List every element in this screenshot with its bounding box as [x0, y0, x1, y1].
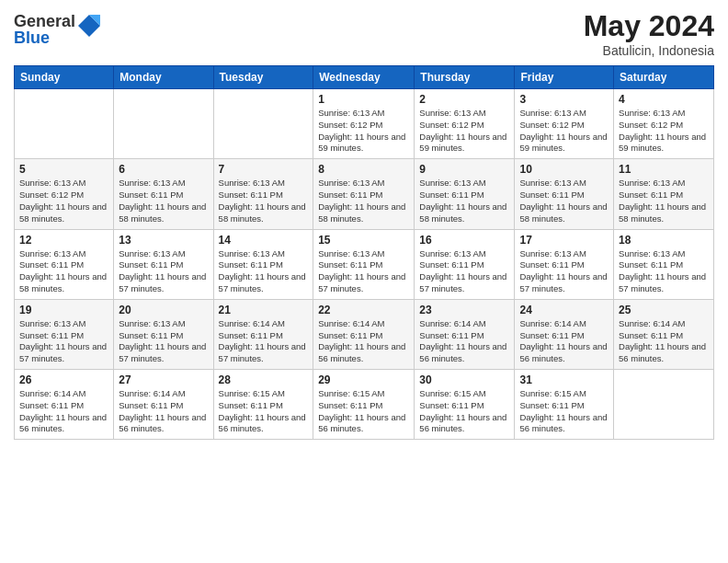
- day-number: 26: [19, 373, 108, 386]
- day-number: 31: [519, 373, 609, 386]
- col-wednesday: Wednesday: [313, 66, 415, 89]
- day-number: 8: [318, 163, 409, 176]
- day-info: Sunrise: 6:14 AMSunset: 6:11 PMDaylight:…: [619, 318, 709, 365]
- day-info: Sunrise: 6:13 AMSunset: 6:11 PMDaylight:…: [519, 178, 609, 224]
- title-block: May 2024 Batulicin, Indonesia: [584, 9, 714, 58]
- table-cell: [614, 370, 714, 440]
- day-number: 5: [19, 163, 108, 176]
- table-cell: 22Sunrise: 6:14 AMSunset: 6:11 PMDayligh…: [313, 299, 415, 369]
- day-info: Sunrise: 6:13 AMSunset: 6:12 PMDaylight:…: [19, 178, 108, 224]
- day-number: 9: [419, 163, 509, 176]
- table-cell: 25Sunrise: 6:14 AMSunset: 6:11 PMDayligh…: [614, 299, 714, 369]
- logo: General Blue: [14, 13, 100, 46]
- month-year-title: May 2024: [584, 9, 714, 43]
- day-info: Sunrise: 6:13 AMSunset: 6:12 PMDaylight:…: [519, 108, 609, 155]
- day-number: 19: [19, 304, 108, 316]
- table-cell: 31Sunrise: 6:15 AMSunset: 6:11 PMDayligh…: [515, 370, 614, 440]
- day-info: Sunrise: 6:13 AMSunset: 6:11 PMDaylight:…: [318, 178, 409, 224]
- table-cell: 2Sunrise: 6:13 AMSunset: 6:12 PMDaylight…: [415, 89, 515, 159]
- day-number: 1: [318, 93, 409, 106]
- week-row-4: 19Sunrise: 6:13 AMSunset: 6:11 PMDayligh…: [15, 299, 714, 369]
- day-info: Sunrise: 6:13 AMSunset: 6:11 PMDaylight:…: [419, 178, 509, 224]
- day-number: 17: [519, 234, 609, 247]
- table-cell: 23Sunrise: 6:14 AMSunset: 6:11 PMDayligh…: [415, 299, 515, 369]
- day-info: Sunrise: 6:13 AMSunset: 6:12 PMDaylight:…: [619, 108, 709, 155]
- calendar-page: General Blue May 2024 Batulicin, Indones…: [0, 0, 728, 563]
- col-friday: Friday: [515, 66, 614, 89]
- day-number: 14: [219, 234, 309, 247]
- week-row-3: 12Sunrise: 6:13 AMSunset: 6:11 PMDayligh…: [15, 229, 714, 299]
- day-info: Sunrise: 6:13 AMSunset: 6:11 PMDaylight:…: [119, 248, 208, 295]
- day-info: Sunrise: 6:14 AMSunset: 6:11 PMDaylight:…: [318, 318, 409, 365]
- col-monday: Monday: [114, 66, 213, 89]
- day-number: 10: [519, 163, 609, 176]
- day-number: 21: [219, 304, 309, 316]
- table-cell: [114, 89, 213, 159]
- day-number: 11: [619, 163, 709, 176]
- day-number: 18: [619, 234, 709, 247]
- location-subtitle: Batulicin, Indonesia: [584, 43, 714, 58]
- table-cell: 13Sunrise: 6:13 AMSunset: 6:11 PMDayligh…: [114, 229, 213, 299]
- page-header: General Blue May 2024 Batulicin, Indones…: [14, 9, 714, 58]
- day-info: Sunrise: 6:13 AMSunset: 6:11 PMDaylight:…: [19, 248, 108, 295]
- table-cell: 15Sunrise: 6:13 AMSunset: 6:11 PMDayligh…: [313, 229, 415, 299]
- day-number: 28: [219, 373, 309, 386]
- day-number: 24: [519, 304, 609, 316]
- day-info: Sunrise: 6:13 AMSunset: 6:11 PMDaylight:…: [318, 248, 409, 295]
- day-number: 12: [19, 234, 108, 247]
- table-cell: 18Sunrise: 6:13 AMSunset: 6:11 PMDayligh…: [614, 229, 714, 299]
- day-info: Sunrise: 6:14 AMSunset: 6:11 PMDaylight:…: [19, 388, 108, 435]
- table-cell: 20Sunrise: 6:13 AMSunset: 6:11 PMDayligh…: [114, 299, 213, 369]
- table-cell: 30Sunrise: 6:15 AMSunset: 6:11 PMDayligh…: [415, 370, 515, 440]
- day-number: 22: [318, 304, 409, 316]
- week-row-1: 1Sunrise: 6:13 AMSunset: 6:12 PMDaylight…: [15, 89, 714, 159]
- table-cell: 27Sunrise: 6:14 AMSunset: 6:11 PMDayligh…: [114, 370, 213, 440]
- col-sunday: Sunday: [15, 66, 114, 89]
- day-number: 20: [119, 304, 208, 316]
- header-row: Sunday Monday Tuesday Wednesday Thursday…: [15, 66, 714, 89]
- day-number: 30: [419, 373, 509, 386]
- week-row-2: 5Sunrise: 6:13 AMSunset: 6:12 PMDaylight…: [15, 159, 714, 229]
- day-info: Sunrise: 6:14 AMSunset: 6:11 PMDaylight:…: [119, 388, 208, 435]
- table-cell: 16Sunrise: 6:13 AMSunset: 6:11 PMDayligh…: [415, 229, 515, 299]
- day-info: Sunrise: 6:13 AMSunset: 6:11 PMDaylight:…: [19, 318, 108, 365]
- day-number: 2: [419, 93, 509, 106]
- logo-text: General Blue: [14, 13, 75, 46]
- table-cell: [213, 89, 313, 159]
- table-cell: 5Sunrise: 6:13 AMSunset: 6:12 PMDaylight…: [15, 159, 114, 229]
- table-cell: 9Sunrise: 6:13 AMSunset: 6:11 PMDaylight…: [415, 159, 515, 229]
- table-cell: 26Sunrise: 6:14 AMSunset: 6:11 PMDayligh…: [15, 370, 114, 440]
- day-info: Sunrise: 6:14 AMSunset: 6:11 PMDaylight:…: [219, 318, 309, 365]
- table-cell: [15, 89, 114, 159]
- day-info: Sunrise: 6:13 AMSunset: 6:11 PMDaylight:…: [619, 178, 709, 224]
- logo-icon: [78, 15, 100, 37]
- table-cell: 7Sunrise: 6:13 AMSunset: 6:11 PMDaylight…: [213, 159, 313, 229]
- day-info: Sunrise: 6:13 AMSunset: 6:11 PMDaylight:…: [219, 178, 309, 224]
- day-number: 3: [519, 93, 609, 106]
- week-row-5: 26Sunrise: 6:14 AMSunset: 6:11 PMDayligh…: [15, 370, 714, 440]
- table-cell: 28Sunrise: 6:15 AMSunset: 6:11 PMDayligh…: [213, 370, 313, 440]
- table-cell: 29Sunrise: 6:15 AMSunset: 6:11 PMDayligh…: [313, 370, 415, 440]
- day-info: Sunrise: 6:15 AMSunset: 6:11 PMDaylight:…: [318, 388, 409, 435]
- table-cell: 17Sunrise: 6:13 AMSunset: 6:11 PMDayligh…: [515, 229, 614, 299]
- day-info: Sunrise: 6:13 AMSunset: 6:11 PMDaylight:…: [219, 248, 309, 295]
- day-info: Sunrise: 6:15 AMSunset: 6:11 PMDaylight:…: [219, 388, 309, 435]
- table-cell: 24Sunrise: 6:14 AMSunset: 6:11 PMDayligh…: [515, 299, 614, 369]
- table-cell: 10Sunrise: 6:13 AMSunset: 6:11 PMDayligh…: [515, 159, 614, 229]
- table-cell: 6Sunrise: 6:13 AMSunset: 6:11 PMDaylight…: [114, 159, 213, 229]
- day-number: 29: [318, 373, 409, 386]
- day-number: 6: [119, 163, 208, 176]
- day-number: 13: [119, 234, 208, 247]
- day-number: 25: [619, 304, 709, 316]
- day-info: Sunrise: 6:13 AMSunset: 6:11 PMDaylight:…: [119, 318, 208, 365]
- table-cell: 12Sunrise: 6:13 AMSunset: 6:11 PMDayligh…: [15, 229, 114, 299]
- day-info: Sunrise: 6:13 AMSunset: 6:11 PMDaylight:…: [519, 248, 609, 295]
- table-cell: 4Sunrise: 6:13 AMSunset: 6:12 PMDaylight…: [614, 89, 714, 159]
- day-info: Sunrise: 6:13 AMSunset: 6:11 PMDaylight:…: [619, 248, 709, 295]
- table-cell: 3Sunrise: 6:13 AMSunset: 6:12 PMDaylight…: [515, 89, 614, 159]
- col-saturday: Saturday: [614, 66, 714, 89]
- day-info: Sunrise: 6:14 AMSunset: 6:11 PMDaylight:…: [419, 318, 509, 365]
- table-cell: 19Sunrise: 6:13 AMSunset: 6:11 PMDayligh…: [15, 299, 114, 369]
- day-number: 16: [419, 234, 509, 247]
- col-thursday: Thursday: [415, 66, 515, 89]
